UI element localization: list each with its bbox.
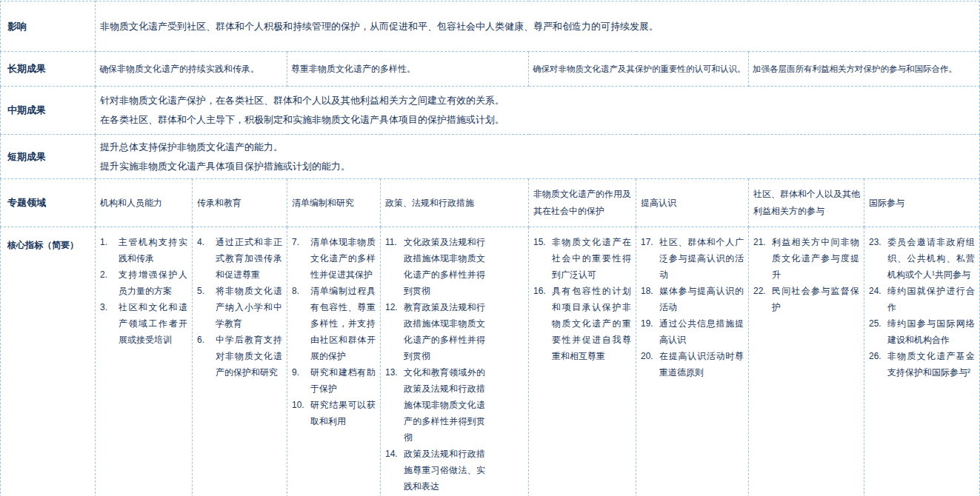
impact-row: 影响 非物质文化遗产受到社区、群体和个人积极和持续管理的保护，从而促进和平、包容…	[1, 1, 980, 52]
thematic-area: 清单编制和研究	[287, 179, 381, 227]
indicator-number: 22.	[753, 283, 772, 299]
indicator-list: 17.社区、群体和个人广泛参与提高认识的活动 18.媒体参与提高认识的活动 19…	[641, 234, 744, 381]
indicator-number: 11.	[385, 234, 404, 250]
indicator-item: 2.支持增强保护人员力量的方案	[100, 267, 187, 299]
indicator-number: 12.	[385, 299, 404, 315]
indicator-list: 11.文化政策及法规和行政措施体现非物质文化遗产的多样性并得到贯彻 12.教育政…	[385, 234, 485, 495]
indicator-number: 24.	[869, 283, 887, 299]
indicator-text: 具有包容性的计划和项目承认保护非物质文化遗产的重要性并促进自我尊重和相互尊重	[552, 283, 631, 364]
core-indicators-row: 核心指标（简要） 1.主管机构支持实践和传承 2.支持增强保护人员力量的方案 3…	[1, 227, 980, 496]
indicator-item: 11.文化政策及法规和行政措施体现非物质文化遗产的多样性并得到贯彻	[385, 234, 485, 299]
impact-cell: 非物质文化遗产受到社区、群体和个人积极和持续管理的保护，从而促进和平、包容社会中…	[96, 1, 980, 52]
document-page: 影响 非物质文化遗产受到社区、群体和个人积极和持续管理的保护，从而促进和平、包容…	[0, 0, 980, 496]
indicator-text: 教育政策及法规和行政措施体现非物质文化遗产的多样性并得到贯彻	[404, 299, 485, 364]
long-term-outcome: 加强各层面所有利益相关方对保护的参与和国际合作。	[749, 52, 980, 87]
indicator-item: 7.清单体现非物质文化遗产的多样性并促进其保护	[292, 234, 376, 283]
indicator-text: 政策及法规和行政措施尊重习俗做法、实践和表达	[404, 446, 485, 495]
indicator-text: 支持增强保护人员力量的方案	[119, 267, 187, 299]
indicator-number: 23.	[869, 234, 887, 250]
indicator-number: 17.	[641, 234, 659, 250]
mid-term-line: 在各类社区、群体和个人主导下，积极制定和实施非物质文化遗产具体项目的保护措施或计…	[100, 110, 975, 130]
indicator-item: 15.非物质文化遗产在社会中的重要性得到广泛认可	[533, 234, 631, 283]
indicator-list: 15.非物质文化遗产在社会中的重要性得到广泛认可 16.具有包容性的计划和项目承…	[533, 234, 631, 364]
thematic-area: 提高认识	[636, 179, 749, 227]
short-term-line: 提升总体支持保护非物质文化遗产的能力。	[100, 138, 975, 157]
indicators-cell-awareness: 17.社区、群体和个人广泛参与提高认识的活动 18.媒体参与提高认识的活动 19…	[636, 227, 749, 496]
indicator-text: 非物质文化遗产基金支持保护和国际参与²	[887, 348, 975, 381]
indicators-cell-role-in-society: 15.非物质文化遗产在社会中的重要性得到广泛认可 16.具有包容性的计划和项目承…	[529, 227, 636, 496]
indicator-item: 18.媒体参与提高认识的活动	[641, 283, 744, 315]
indicator-number: 20.	[641, 348, 659, 364]
indicator-item: 13.文化和教育领域外的政策及法规和行政措施体现非物质文化遗产的多样性并得到贯彻	[385, 364, 485, 446]
indicator-number: 8.	[292, 283, 310, 299]
indicator-text: 非物质文化遗产在社会中的重要性得到广泛认可	[552, 234, 631, 283]
indicator-item: 16.具有包容性的计划和项目承认保护非物质文化遗产的重要性并促进自我尊重和相互尊…	[533, 283, 631, 364]
indicator-text: 民间社会参与监督保护	[772, 283, 859, 315]
indicator-number: 6.	[197, 332, 216, 348]
long-term-outcome: 尊重非物质文化遗产的多样性。	[287, 52, 529, 87]
mid-term-row-label: 中期成果	[1, 87, 96, 135]
indicator-number: 2.	[100, 267, 119, 283]
indicator-text: 通过公共信息措施提高认识	[659, 315, 744, 348]
thematic-area: 国际参与	[864, 179, 980, 227]
long-term-row: 长期成果 确保非物质文化遗产的持续实践和传承。 尊重非物质文化遗产的多样性。 确…	[1, 52, 980, 87]
indicator-item: 5.将非物质文化遗产纳入小学和中学教育	[197, 283, 282, 332]
indicator-number: 7.	[292, 234, 310, 250]
thematic-row-label: 专题领域	[1, 179, 96, 227]
short-term-row: 短期成果 提升总体支持保护非物质文化遗产的能力。 提升实施非物质文化遗产具体项目…	[1, 135, 980, 179]
indicator-item: 1.主管机构支持实践和传承	[100, 234, 187, 267]
short-term-row-label: 短期成果	[1, 135, 96, 179]
indicators-cell-stakeholder-engagement: 21.利益相关方中间非物质文化遗产参与度提升 22.民间社会参与监督保护	[749, 227, 864, 496]
thematic-area: 政策、法规和行政措施	[381, 179, 529, 227]
indicator-list: 7.清单体现非物质文化遗产的多样性并促进其保护 8.清单编制过程具有包容性、尊重…	[292, 234, 376, 429]
indicators-cell-transmission: 4.通过正式和非正式教育加强传承和促进尊重 5.将非物质文化遗产纳入小学和中学教…	[193, 227, 287, 496]
indicator-number: 13.	[385, 364, 404, 381]
indicator-item: 8.清单编制过程具有包容性、尊重多样性，并支持由社区和群体开展的保护	[292, 283, 376, 364]
thematic-areas-row: 专题领域 机构和人员能力 传承和教育 清单编制和研究 政策、法规和行政措施 非物…	[1, 179, 980, 227]
long-term-outcome: 确保非物质文化遗产的持续实践和传承。	[96, 52, 287, 87]
indicator-number: 26.	[869, 348, 887, 364]
thematic-area: 传承和教育	[193, 179, 287, 227]
indicator-text: 中学后教育支持对非物质文化遗产的保护和研究	[216, 332, 282, 381]
indicator-number: 25.	[869, 315, 887, 332]
short-term-cell: 提升总体支持保护非物质文化遗产的能力。 提升实施非物质文化遗产具体项目保护措施或…	[96, 135, 980, 179]
indicator-list: 1.主管机构支持实践和传承 2.支持增强保护人员力量的方案 3.社区和文化和遗产…	[100, 234, 187, 348]
indicator-text: 媒体参与提高认识的活动	[659, 283, 744, 315]
indicator-list: 23.委员会邀请非政府组织、公共机构、私营机构或个人¹共同参与 24.缔约国就保…	[869, 234, 975, 381]
indicator-item: 24.缔约国就保护进行合作	[869, 283, 975, 315]
indicators-cell-policies: 11.文化政策及法规和行政措施体现非物质文化遗产的多样性并得到贯彻 12.教育政…	[381, 227, 529, 496]
indicator-item: 3.社区和文化和遗产领域工作者开展或接受培训	[100, 299, 187, 348]
short-term-line: 提升实施非物质文化遗产具体项目保护措施或计划的能力。	[100, 157, 975, 176]
indicator-item: 20.在提高认识活动时尊重道德原则	[641, 348, 744, 381]
indicator-item: 6.中学后教育支持对非物质文化遗产的保护和研究	[197, 332, 282, 381]
indicator-item: 14.政策及法规和行政措施尊重习俗做法、实践和表达	[385, 446, 485, 495]
indicator-item: 17.社区、群体和个人广泛参与提高认识的活动	[641, 234, 744, 283]
indicators-cell-institutional: 1.主管机构支持实践和传承 2.支持增强保护人员力量的方案 3.社区和文化和遗产…	[96, 227, 193, 496]
indicator-text: 清单编制过程具有包容性、尊重多样性，并支持由社区和群体开展的保护	[310, 283, 376, 364]
results-framework-table: 影响 非物质文化遗产受到社区、群体和个人积极和持续管理的保护，从而促进和平、包容…	[0, 1, 980, 496]
indicator-item: 4.通过正式和非正式教育加强传承和促进尊重	[197, 234, 282, 283]
indicator-text: 文化和教育领域外的政策及法规和行政措施体现非物质文化遗产的多样性并得到贯彻	[404, 364, 485, 446]
indicator-number: 10.	[292, 397, 310, 413]
indicator-item: 12.教育政策及法规和行政措施体现非物质文化遗产的多样性并得到贯彻	[385, 299, 485, 364]
indicators-cell-international: 23.委员会邀请非政府组织、公共机构、私营机构或个人¹共同参与 24.缔约国就保…	[864, 227, 980, 496]
indicator-item: 9.研究和建档有助于保护	[292, 364, 376, 397]
indicator-text: 在提高认识活动时尊重道德原则	[659, 348, 744, 381]
long-term-row-label: 长期成果	[1, 52, 96, 87]
indicator-item: 19.通过公共信息措施提高认识	[641, 315, 744, 348]
indicator-item: 25.缔约国参与国际网络建设和机构合作	[869, 315, 975, 348]
indicator-text: 委员会邀请非政府组织、公共机构、私营机构或个人¹共同参与	[887, 234, 975, 283]
indicator-number: 9.	[292, 364, 310, 381]
mid-term-row: 中期成果 针对非物质文化遗产保护，在各类社区、群体和个人以及其他利益相关方之间建…	[1, 87, 980, 135]
indicator-text: 缔约国就保护进行合作	[887, 283, 975, 315]
indicator-list: 4.通过正式和非正式教育加强传承和促进尊重 5.将非物质文化遗产纳入小学和中学教…	[197, 234, 282, 381]
indicator-text: 研究结果可以获取和利用	[310, 397, 376, 429]
indicator-item: 26.非物质文化遗产基金支持保护和国际参与²	[869, 348, 975, 381]
indicator-text: 将非物质文化遗产纳入小学和中学教育	[216, 283, 282, 332]
indicator-item: 10.研究结果可以获取和利用	[292, 397, 376, 429]
indicator-text: 主管机构支持实践和传承	[119, 234, 187, 267]
indicator-number: 4.	[197, 234, 216, 250]
indicator-text: 缔约国参与国际网络建设和机构合作	[887, 315, 975, 348]
indicator-text: 社区和文化和遗产领域工作者开展或接受培训	[119, 299, 187, 348]
indicator-number: 19.	[641, 315, 659, 332]
